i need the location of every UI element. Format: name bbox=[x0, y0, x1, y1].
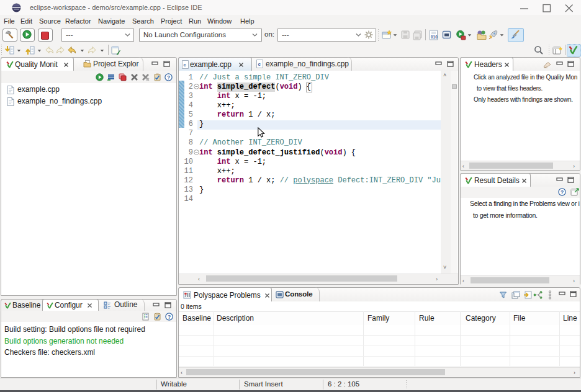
svg-text:?: ? bbox=[167, 74, 170, 81]
svg-text:c: c bbox=[258, 61, 261, 67]
svg-text:?: ? bbox=[168, 314, 171, 320]
svg-text:?: ? bbox=[561, 189, 564, 195]
svg-text:c: c bbox=[184, 62, 187, 68]
svg-text:010: 010 bbox=[431, 35, 438, 39]
